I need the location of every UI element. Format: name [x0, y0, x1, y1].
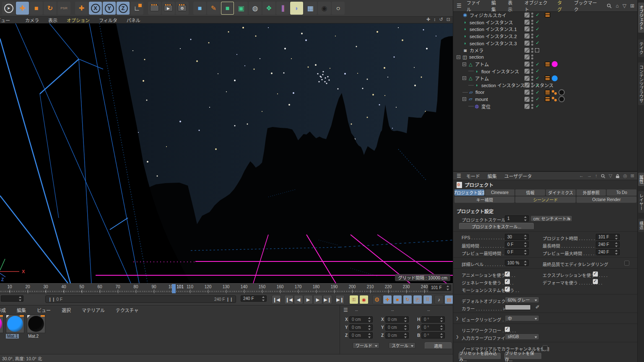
attr-checkbox[interactable]: [505, 327, 510, 332]
eyedropper-icon[interactable]: ✐: [535, 304, 540, 310]
lock-icon[interactable]: [615, 173, 620, 178]
expand-toggle-icon[interactable]: −: [457, 55, 460, 59]
side-tab-オブジェクト[interactable]: オブジェクト: [638, 3, 644, 33]
material-menu-4[interactable]: マテリアル: [82, 307, 105, 313]
render-to-picture-icon[interactable]: ▶: [162, 2, 175, 15]
lock-x-axis-icon[interactable]: X: [89, 2, 102, 15]
display-color-tag[interactable]: [552, 61, 558, 67]
attr-checkbox[interactable]: [543, 345, 548, 350]
attr-field-spinner[interactable]: [615, 250, 618, 255]
add-panel-icon[interactable]: ⊞: [631, 173, 634, 178]
attr-field[interactable]: 240 F: [596, 249, 620, 255]
frame-field-spinner[interactable]: [447, 285, 450, 290]
enable-axis-icon[interactable]: ✚: [75, 2, 88, 15]
history-forward-icon[interactable]: →: [587, 173, 592, 178]
object-row[interactable]: ◗floor インスタンス✓: [453, 68, 638, 75]
filter-icon[interactable]: ▽: [623, 3, 626, 9]
coord-field[interactable]: 0 cm: [349, 324, 373, 331]
unit-dropdown[interactable]: cm: センチメートル: [530, 215, 572, 222]
side-tab-コンテンツブラウザ[interactable]: コンテンツブラウザ: [638, 62, 644, 105]
attr-menu-編集[interactable]: 編集: [488, 173, 497, 179]
live-selection-tool-icon[interactable]: ➤: [2, 2, 15, 15]
show-film-toggle[interactable]: ▤: [444, 295, 454, 304]
object-row[interactable]: ◍変位✓: [453, 103, 638, 110]
compositing-tag-icon[interactable]: [545, 62, 551, 67]
om-menu-オブジェクト[interactable]: オブジェクト: [525, 0, 549, 13]
material-menu-3[interactable]: 選択: [62, 307, 71, 313]
material-menu-5[interactable]: テクスチャ: [116, 307, 139, 313]
attr-field[interactable]: 30: [505, 234, 529, 240]
tab-ダイナミクス[interactable]: ダイナミクス: [546, 189, 576, 196]
search-icon[interactable]: [607, 3, 612, 9]
tab-Cineware[interactable]: Cineware: [485, 189, 515, 196]
record-pla-toggle[interactable]: ⠿: [423, 295, 432, 304]
visibility-dots[interactable]: [531, 76, 533, 81]
attr-dropdown[interactable]: sRGB: [505, 334, 539, 340]
compositing-tag-icon[interactable]: [545, 96, 551, 102]
material-menu-2[interactable]: ビュー: [37, 307, 51, 313]
filter-icon[interactable]: ▽: [609, 173, 612, 178]
object-row[interactable]: ◗section インスタンス.3✓: [453, 40, 638, 47]
lock-z-axis-icon[interactable]: Z: [117, 2, 130, 15]
apply-button[interactable]: 適用: [425, 342, 452, 349]
layer-toggle-icon[interactable]: [525, 69, 530, 74]
attr-field-spinner[interactable]: [524, 235, 527, 240]
material-name[interactable]: Mat.1: [6, 334, 19, 339]
enabled-check-icon[interactable]: ✓: [535, 90, 540, 95]
attr-field[interactable]: 0 F: [505, 241, 529, 248]
coord-field-spinner[interactable]: [368, 333, 371, 338]
viewport-menu-フィルタ[interactable]: フィルタ: [99, 17, 117, 23]
tab-Octane Render[interactable]: Octane Render: [576, 197, 636, 203]
enabled-check-icon[interactable]: ✓: [535, 19, 540, 25]
viewport-3d[interactable]: XZ グリッド間隔 : 10000 cm: [0, 23, 453, 283]
enabled-check-icon[interactable]: ✓: [535, 62, 540, 67]
range-end-spinner[interactable]: [262, 296, 265, 301]
keying-settings-button[interactable]: ⚙: [372, 295, 382, 304]
coord-field-spinner[interactable]: [404, 333, 408, 338]
volume-builder-icon[interactable]: ❖: [262, 2, 275, 15]
visibility-dots[interactable]: [531, 54, 533, 59]
attr-checkbox[interactable]: [505, 287, 510, 292]
expand-toggle-icon[interactable]: −: [462, 76, 466, 80]
lock-y-axis-icon[interactable]: Y: [103, 2, 116, 15]
light-object-icon[interactable]: ○: [332, 2, 345, 15]
texture-tag-icon[interactable]: [558, 96, 565, 102]
tab-情報[interactable]: 情報: [515, 189, 545, 196]
coord-field[interactable]: 0 cm: [349, 316, 373, 323]
timeline-extra-field[interactable]: [1, 295, 23, 302]
coord-field-spinner[interactable]: [440, 333, 444, 338]
coord-field[interactable]: 0 cm: [385, 332, 409, 339]
scale-tool-icon[interactable]: ■: [30, 2, 43, 15]
om-menu-表示[interactable]: 表示: [508, 0, 516, 13]
coord-field[interactable]: 0 cm: [385, 324, 409, 331]
om-hamburger-icon[interactable]: ☰: [457, 3, 462, 9]
coordinate-system-icon[interactable]: ∟: [130, 2, 143, 15]
material-menu-0[interactable]: 作成: [0, 307, 6, 313]
material-thumbnail[interactable]: [27, 315, 45, 333]
add-panel-icon[interactable]: ⊞: [630, 3, 634, 9]
attr-checkbox[interactable]: [505, 272, 510, 277]
compositing-tag-icon[interactable]: [545, 75, 551, 81]
attr-menu-ユーザデータ[interactable]: ユーザデータ: [504, 173, 532, 179]
compositing-tag-icon[interactable]: [545, 12, 551, 18]
subdivision-surface-icon[interactable]: ■: [221, 2, 234, 15]
visibility-dots[interactable]: [531, 69, 533, 74]
rotate-view-icon[interactable]: ↺: [439, 17, 443, 22]
zoom-view-icon[interactable]: ↕: [434, 17, 436, 22]
coord-field-spinner[interactable]: [440, 317, 444, 322]
visibility-dots[interactable]: [531, 97, 533, 102]
coord-field[interactable]: 0 °: [421, 324, 445, 331]
coord-system-dropdown[interactable]: ワールド: [353, 342, 379, 349]
timeline-extra-spinner[interactable]: [19, 296, 22, 301]
coord-field-spinner[interactable]: [404, 317, 408, 322]
record-keyframe-button[interactable]: ⚿: [349, 295, 358, 304]
compositing-tag-icon[interactable]: [545, 90, 551, 95]
play-sound-toggle[interactable]: ♪: [434, 295, 444, 304]
attr-hamburger-icon[interactable]: ☰: [457, 173, 461, 179]
visibility-dots[interactable]: [531, 41, 533, 46]
om-menu-タグ[interactable]: タグ: [557, 0, 566, 13]
goto-next-frame-button[interactable]: ▶: [313, 295, 322, 304]
visibility-dots[interactable]: [531, 48, 533, 53]
disclosure-chevron-icon[interactable]: ❯: [456, 335, 459, 339]
attr-checkbox[interactable]: [624, 261, 629, 266]
